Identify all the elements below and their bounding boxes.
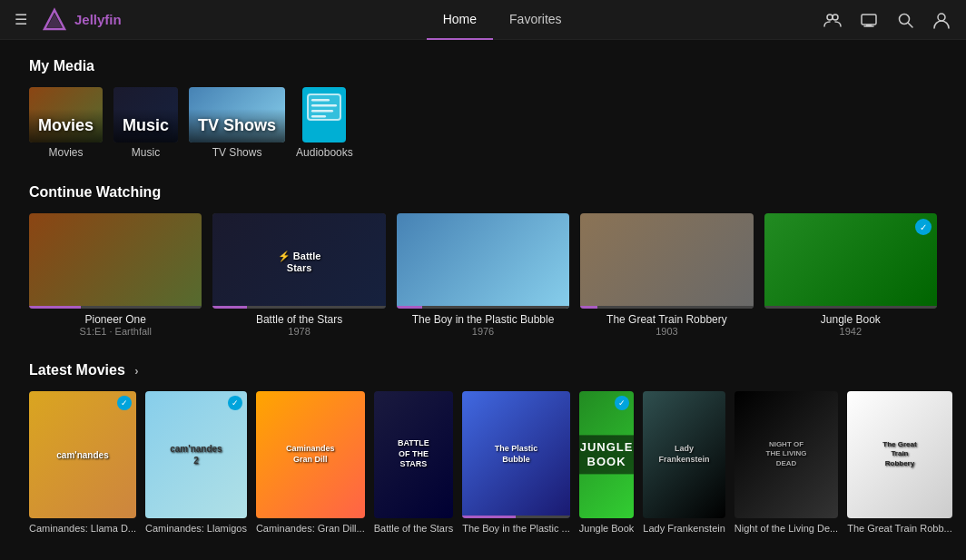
lm-card-0[interactable]: cam'nandes ✓ Caminandes: Llama D...: [29, 391, 136, 534]
app-name: Jellyfin: [74, 12, 122, 27]
latest-movies-link[interactable]: ›: [134, 364, 138, 378]
cw-title-battle: Battle of the Stars: [212, 313, 385, 326]
latest-movies-grid: cam'nandes ✓ Caminandes: Llama D... cam'…: [29, 391, 937, 534]
user-icon[interactable]: [932, 10, 951, 30]
cw-card-battle[interactable]: ⚡ BattleStars Battle of the Stars 1978: [212, 213, 385, 337]
lm-check-5: ✓: [615, 396, 629, 410]
media-card-movies-label: Movies: [29, 109, 103, 142]
nav-home[interactable]: Home: [427, 0, 493, 40]
media-card-tvshows-label: TV Shows: [189, 109, 285, 142]
lm-thumb-0: cam'nandes ✓: [29, 391, 136, 518]
cw-card-pioneer[interactable]: Pioneer One S1:E1 · Earthfall: [29, 213, 202, 337]
app-header: ☰ Jellyfin Home Favorites: [0, 0, 966, 40]
my-media-title: My Media: [29, 58, 937, 74]
lm-card-1[interactable]: cam'nandes2 ✓ Caminandes: Llamigos: [145, 391, 247, 534]
media-card-audiobooks-sublabel: Audiobooks: [296, 146, 353, 159]
cw-sub-battle: 1978: [212, 326, 385, 337]
lm-check-0: ✓: [117, 396, 132, 410]
lm-card-7[interactable]: NIGHT OFTHE LIVINGDEAD Night of the Livi…: [734, 391, 838, 534]
cw-thumb-train: [580, 213, 753, 309]
lm-thumb-7: NIGHT OFTHE LIVINGDEAD: [734, 391, 838, 518]
lm-thumb-6: LadyFrankenstein: [643, 391, 725, 518]
lm-title-1: Caminandes: Llamigos: [145, 523, 247, 534]
search-icon[interactable]: [895, 10, 915, 30]
cw-thumb-battle: ⚡ BattleStars: [212, 213, 385, 309]
continue-watching-title: Continue Watching: [29, 184, 937, 201]
media-card-tvshows-sublabel: TV Shows: [212, 146, 262, 159]
cw-thumb-pioneer: [29, 213, 202, 309]
cw-title-pioneer: Pioneer One: [29, 313, 202, 326]
media-card-movies: Movies Movies: [29, 87, 103, 159]
svg-point-2: [827, 15, 833, 20]
jungle-book-overlay: JUNGLEBOOK: [579, 435, 635, 474]
lm-title-2: Caminandes: Gran Dill...: [256, 523, 365, 534]
media-card-audiobooks-thumb[interactable]: [302, 87, 346, 142]
cast-icon[interactable]: [859, 10, 879, 30]
cw-card-jungle[interactable]: ✓ Jungle Book 1942: [764, 213, 937, 337]
my-media-grid: Movies Movies Music Music TV Shows TV Sh…: [29, 87, 937, 159]
lm-thumb-5: JUNGLEBOOK ✓: [579, 391, 635, 518]
main-content: My Media Movies Movies Music Music TV Sh…: [0, 40, 966, 552]
cw-thumb-bubble: [397, 213, 569, 309]
cw-title-bubble: The Boy in the Plastic Bubble: [397, 313, 569, 326]
cw-thumb-jungle: ✓: [764, 213, 937, 309]
app-logo: Jellyfin: [42, 7, 122, 33]
lm-card-8[interactable]: The GreatTrain Robbery The Great Train R…: [847, 391, 952, 534]
lm-thumb-2: CaminandesGran Dill: [256, 391, 365, 518]
cw-sub-bubble: 1976: [397, 326, 569, 337]
people-icon[interactable]: [823, 10, 843, 30]
media-card-music-label: Music: [113, 109, 178, 142]
latest-movies-title: Latest Movies ›: [29, 362, 937, 378]
media-card-movies-thumb[interactable]: Movies: [29, 87, 103, 142]
continue-watching-grid: Pioneer One S1:E1 · Earthfall ⚡ BattleSt…: [29, 213, 937, 337]
lm-title-3: Battle of the Stars: [374, 523, 453, 534]
cw-title-train: The Great Train Robbery: [580, 313, 753, 326]
media-card-audiobooks: Audiobooks: [296, 87, 353, 159]
svg-rect-11: [311, 99, 330, 102]
svg-line-8: [909, 23, 913, 27]
cw-sub-jungle: 1942: [764, 326, 937, 337]
media-card-movies-sublabel: Movies: [49, 146, 84, 159]
lm-thumb-4: The PlasticBubble: [462, 391, 570, 518]
media-card-music: Music Music: [113, 87, 178, 159]
svg-point-3: [833, 15, 838, 20]
cw-card-bubble[interactable]: The Boy in the Plastic Bubble 1976: [397, 213, 569, 337]
hamburger-icon[interactable]: ☰: [15, 11, 27, 28]
lm-title-7: Night of the Living De...: [734, 523, 838, 534]
lm-card-2[interactable]: CaminandesGran Dill Caminandes: Gran Dil…: [256, 391, 365, 534]
svg-rect-4: [862, 15, 876, 25]
lm-card-4[interactable]: The PlasticBubble The Boy in the Plastic…: [462, 391, 570, 534]
lm-title-5: Jungle Book: [579, 523, 635, 534]
header-actions: [823, 10, 951, 30]
lm-card-3[interactable]: BATTLEOF THESTARS Battle of the Stars: [374, 391, 453, 534]
lm-title-6: Lady Frankenstein: [643, 523, 725, 534]
cw-sub-train: 1903: [580, 326, 753, 337]
lm-card-6[interactable]: LadyFrankenstein Lady Frankenstein: [643, 391, 725, 534]
media-card-music-sublabel: Music: [132, 146, 160, 159]
lm-check-1: ✓: [228, 396, 242, 410]
cw-check-jungle: ✓: [915, 219, 932, 235]
lm-title-4: The Boy in the Plastic ...: [462, 523, 570, 534]
cw-card-train[interactable]: The Great Train Robbery 1903: [580, 213, 753, 337]
svg-point-7: [900, 14, 910, 24]
lm-thumb-8: The GreatTrain Robbery: [847, 391, 952, 518]
lm-thumb-3: BATTLEOF THESTARS: [374, 391, 453, 518]
lm-title-0: Caminandes: Llama D...: [29, 523, 136, 534]
svg-rect-14: [311, 115, 326, 118]
lm-card-5[interactable]: JUNGLEBOOK ✓ Jungle Book: [579, 391, 635, 534]
nav-favorites[interactable]: Favorites: [493, 0, 578, 40]
media-card-music-thumb[interactable]: Music: [113, 87, 178, 142]
cw-title-jungle: Jungle Book: [764, 313, 937, 326]
main-nav: Home Favorites: [427, 0, 578, 40]
svg-rect-13: [311, 110, 333, 113]
cw-sub-pioneer: S1:E1 · Earthfall: [29, 326, 202, 337]
svg-rect-12: [311, 104, 337, 107]
audiobooks-icon: [302, 87, 346, 139]
media-card-tvshows: TV Shows TV Shows: [189, 87, 285, 159]
svg-point-9: [938, 14, 945, 21]
lm-thumb-1: cam'nandes2 ✓: [145, 391, 247, 518]
lm-title-8: The Great Train Robb...: [847, 523, 952, 534]
media-card-tvshows-thumb[interactable]: TV Shows: [189, 87, 285, 142]
